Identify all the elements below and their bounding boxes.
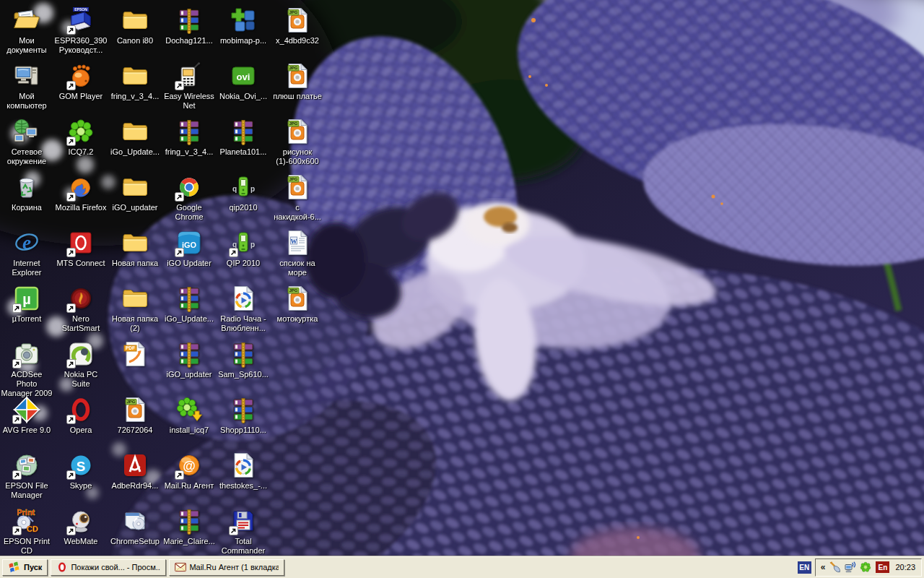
- desktop-icon[interactable]: Total Commander: [217, 506, 270, 556]
- desktop-icon[interactable]: eInternet Explorer: [0, 228, 53, 277]
- desktop-icon[interactable]: JPGмотокуртка: [271, 284, 324, 324]
- desktop-icon-label: iGO_updater: [167, 370, 212, 379]
- shortcut-arrow-icon: [66, 192, 76, 202]
- folder-icon: [121, 117, 149, 146]
- desktop-icon[interactable]: install_icq7: [162, 395, 216, 435]
- desktop-icon[interactable]: GOM Player: [54, 61, 108, 101]
- network-tray-icon[interactable]: [845, 561, 856, 573]
- desktop-icon-label: qip2010: [229, 203, 257, 212]
- desktop-icon[interactable]: JPGплюш платье: [271, 61, 324, 101]
- desktop-icon[interactable]: iGO_updater: [162, 340, 216, 379]
- desktop-icon[interactable]: iGo_Update...: [162, 284, 216, 324]
- desktop-icon[interactable]: ACDSee Photo Manager 2009: [0, 340, 53, 398]
- desktop-icon[interactable]: JPGс накидкой-6...: [271, 173, 324, 222]
- desktop-icon-label: ESPR360_390 Руководст...: [54, 36, 108, 55]
- icq-icon: [66, 117, 95, 146]
- total-commander-icon: [229, 506, 258, 535]
- desktop-icon[interactable]: WebMate: [54, 506, 108, 546]
- desktop-icon[interactable]: AdbeRdr94...: [108, 451, 162, 491]
- network-places-icon: [12, 117, 41, 146]
- task-buttons: Покажи свой... - Просм...Mail.Ru Агент (…: [48, 559, 284, 576]
- taskbar-window-button-label: Покажи свой... - Просм...: [71, 563, 160, 571]
- desktop-icon[interactable]: thestokes_-...: [217, 451, 270, 491]
- desktop-icon-label: ChromeSetup: [110, 537, 160, 546]
- desktop-icon[interactable]: MTS Connect: [54, 228, 108, 268]
- desktop-icon[interactable]: JPGрисунок (1)-600x600: [271, 117, 324, 166]
- opera-icon: [66, 395, 95, 424]
- desktop-icon[interactable]: Radio Чача - Влюбленн...: [217, 284, 270, 333]
- desktop-icon[interactable]: @Mail.Ru Агент: [162, 451, 216, 491]
- desktop-icon[interactable]: Canon i80: [108, 6, 162, 46]
- shortcut-arrow-icon: [12, 470, 22, 480]
- jpg-icon: JPG: [121, 395, 149, 424]
- wireless-phone-icon: [175, 61, 204, 90]
- desktop-icon[interactable]: PDF: [108, 340, 162, 370]
- desktop-icon[interactable]: fring_v_3_4...: [108, 61, 162, 101]
- desktop-icon[interactable]: AVG Free 9.0: [0, 395, 53, 435]
- desktop-icon[interactable]: iGO_updater: [108, 173, 162, 212]
- desktop-icon[interactable]: EPSONESPR360_390 Руководст...: [54, 6, 108, 55]
- desktop-icon[interactable]: EPSON File Manager: [0, 451, 53, 500]
- desktop-icon-label: Мои документы: [0, 36, 53, 55]
- desktop-icon-label: iGo_Update...: [165, 314, 214, 324]
- desktop-icon[interactable]: Корзина: [0, 173, 53, 212]
- collapse-chevron-icon[interactable]: «: [821, 563, 826, 571]
- svg-text:S: S: [77, 459, 86, 474]
- desktop-icon[interactable]: iGOiGO Updater: [162, 228, 216, 268]
- svg-text:JPG: JPG: [126, 400, 135, 404]
- desktop-icon[interactable]: Новая папка (2): [108, 284, 162, 333]
- desktop-icon[interactable]: Mozilla Firefox: [54, 173, 108, 212]
- recycle-bin-icon: [12, 173, 41, 202]
- desktop-icon[interactable]: Сетевое окружение: [0, 117, 53, 166]
- shortcut-arrow-icon: [66, 415, 76, 424]
- desktop-icon[interactable]: Мой компьютер: [0, 61, 53, 111]
- desktop-icon[interactable]: Opera: [54, 395, 108, 435]
- punto-language-indicator[interactable]: En: [876, 561, 889, 573]
- icq-tray-icon[interactable]: [860, 561, 871, 573]
- desktop-icon[interactable]: Мои документы: [0, 6, 53, 55]
- desktop-icon[interactable]: PrintCDEPSON Print CD: [0, 506, 53, 556]
- desktop-icon-label: Nokia PC Suite: [54, 370, 108, 389]
- start-button[interactable]: Пуск: [2, 559, 48, 576]
- language-indicator[interactable]: EN: [798, 561, 811, 574]
- chrome-setup-icon: [121, 506, 149, 535]
- my-computer-icon: [12, 61, 41, 90]
- desktop-icon[interactable]: qpQIP 2010: [217, 228, 270, 268]
- desktop-icon[interactable]: fring_v_3_4...: [162, 117, 216, 157]
- ovi-icon: ovi: [229, 61, 258, 90]
- desktop-icon[interactable]: Planeta101...: [217, 117, 270, 157]
- shovel-icon[interactable]: [829, 561, 841, 573]
- shortcut-arrow-icon: [229, 526, 238, 535]
- desktop-icon[interactable]: oviNokia_Ovi_...: [217, 61, 270, 101]
- desktop-icon[interactable]: Easy Wireless Net: [162, 61, 216, 111]
- desktop-icon[interactable]: JPG72672064: [108, 395, 162, 435]
- desktop-icon[interactable]: Marie_Claire...: [162, 506, 216, 546]
- desktop-icon-label: Opera: [70, 426, 92, 435]
- taskbar-clock[interactable]: 20:23: [895, 563, 915, 571]
- skype-icon: S: [66, 451, 95, 480]
- desktop-icon[interactable]: ChromeSetup: [108, 506, 162, 546]
- desktop-icon[interactable]: Google Chrome: [162, 173, 216, 222]
- desktop-icon-label: AVG Free 9.0: [3, 426, 51, 435]
- shortcut-arrow-icon: [175, 248, 184, 257]
- desktop-icon[interactable]: Shopp1110...: [217, 395, 270, 435]
- taskbar-window-button[interactable]: Покажи свой... - Просм...: [51, 559, 166, 576]
- desktop-icon[interactable]: Dochag121...: [162, 6, 216, 46]
- desktop-icon[interactable]: Nokia PC Suite: [54, 340, 108, 389]
- svg-text:p: p: [250, 185, 255, 193]
- desktop-icon[interactable]: ICQ7.2: [54, 117, 108, 157]
- desktop-icon[interactable]: iGo_Update...: [108, 117, 162, 157]
- desktop[interactable]: Мои документыМой компьютерСетевое окруже…: [0, 0, 924, 578]
- desktop-icon[interactable]: Новая папка: [108, 228, 162, 268]
- desktop-icon[interactable]: qpqip2010: [217, 173, 270, 212]
- desktop-icon-label: Mozilla Firefox: [56, 203, 107, 212]
- desktop-icon[interactable]: Sam_Sp610...: [217, 340, 270, 379]
- desktop-icon[interactable]: JPGx_4dbd9c32: [271, 6, 324, 46]
- desktop-icon[interactable]: mobimap-p...: [217, 6, 270, 46]
- taskbar-window-button[interactable]: Mail.Ru Агент (1 вкладка): [169, 559, 284, 576]
- desktop-icon[interactable]: Nero StartSmart: [54, 284, 108, 333]
- desktop-icon[interactable]: µµTorrent: [0, 284, 53, 324]
- desktop-icon[interactable]: SSkype: [54, 451, 108, 491]
- svg-text:JPG: JPG: [289, 288, 297, 293]
- desktop-icon[interactable]: Wспсиок на море: [271, 228, 324, 277]
